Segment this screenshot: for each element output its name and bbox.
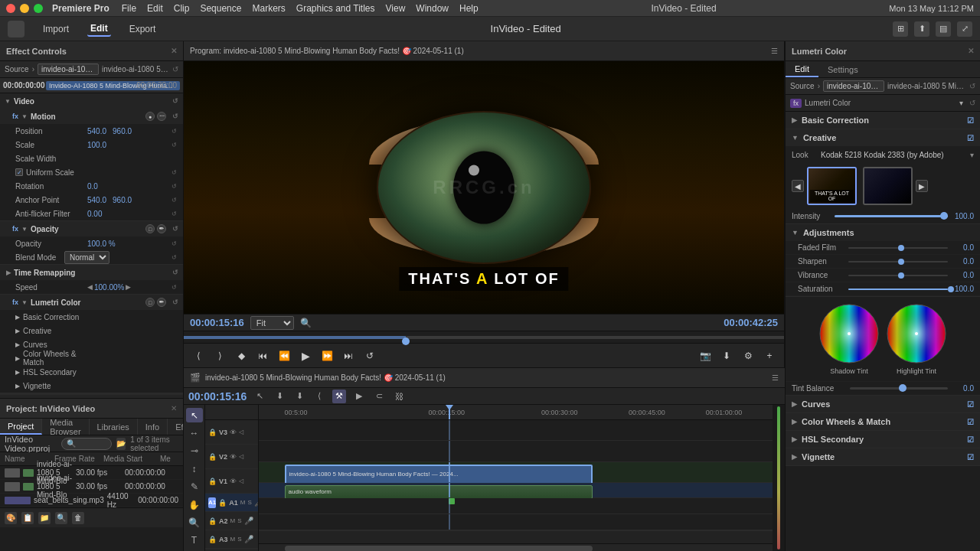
close-button[interactable] bbox=[6, 4, 15, 13]
fit-select[interactable]: Fit 25% 50% 100% bbox=[250, 316, 294, 330]
project-close-icon[interactable]: ✕ bbox=[171, 404, 177, 412]
v2-eye-icon[interactable]: 👁 bbox=[230, 453, 237, 461]
v3-eye-icon[interactable]: 👁 bbox=[230, 429, 237, 436]
hsl-check[interactable]: ☑ bbox=[967, 435, 974, 444]
menu-help[interactable]: Help bbox=[459, 3, 479, 14]
new-bin-btn[interactable]: 📁 bbox=[38, 512, 51, 524]
basic-correction-check[interactable]: ☑ bbox=[967, 116, 974, 125]
highlight-tint-wheel[interactable] bbox=[886, 303, 947, 364]
maximize-button[interactable] bbox=[34, 4, 43, 13]
creative-section-header[interactable]: ▼ Creative ☑ bbox=[786, 129, 980, 146]
text-tool[interactable]: T bbox=[186, 533, 203, 548]
vibrance-thumb[interactable] bbox=[898, 272, 904, 279]
vignette-check[interactable]: ☑ bbox=[967, 453, 974, 461]
scale-value[interactable]: 100.0 bbox=[87, 141, 106, 149]
saturation-thumb[interactable] bbox=[948, 286, 954, 292]
speed-back-icon[interactable]: ◀ bbox=[87, 283, 93, 291]
import-button[interactable]: Import bbox=[40, 22, 72, 36]
lumetri-fx-reset[interactable]: ↺ bbox=[969, 99, 975, 107]
workspace-icon[interactable]: ⊞ bbox=[893, 21, 908, 37]
sharpen-thumb[interactable] bbox=[898, 259, 904, 265]
tab-info[interactable]: Info bbox=[138, 419, 168, 435]
step-forward-button[interactable]: ⏩ bbox=[318, 347, 335, 364]
tint-balance-thumb[interactable] bbox=[899, 384, 906, 392]
vignette-header[interactable]: ▶ Vignette ☑ bbox=[786, 448, 980, 465]
scale-reset-icon[interactable]: ↺ bbox=[172, 142, 177, 148]
saturation-slider[interactable] bbox=[848, 289, 948, 290]
fx-motion-header[interactable]: fx ▼ Motion ● ⋯ ↺ bbox=[0, 109, 183, 124]
sharpen-slider[interactable] bbox=[848, 261, 948, 262]
new-item-icon[interactable]: 📋 bbox=[21, 512, 34, 524]
fx-opacity-icon2[interactable]: ✏ bbox=[157, 224, 166, 233]
antiflicker-value[interactable]: 0.00 bbox=[87, 210, 102, 218]
creative-row[interactable]: ▶ Creative bbox=[0, 324, 183, 337]
add-marker-button[interactable]: ◆ bbox=[233, 347, 250, 364]
lumetri-reset-icon[interactable]: ↺ bbox=[172, 298, 178, 306]
vibrance-slider[interactable] bbox=[848, 275, 948, 276]
fx-options-icon[interactable]: ⋯ bbox=[157, 112, 166, 121]
v1-clip[interactable]: invideo-ai-1080 5 Mind-Blowing Human Bod… bbox=[285, 465, 593, 484]
creative-check[interactable]: ☑ bbox=[967, 134, 974, 142]
adjustments-header[interactable]: ▼ Adjustments bbox=[786, 224, 980, 241]
look-thumb-2[interactable] bbox=[863, 167, 913, 205]
pen-tool[interactable]: ✎ bbox=[186, 480, 203, 494]
opacity-value-reset-icon[interactable]: ↺ bbox=[172, 240, 177, 247]
selection-tool[interactable]: ↖ bbox=[186, 408, 203, 422]
a2-s-icon[interactable]: S bbox=[237, 517, 241, 524]
fx-lumetri-header[interactable]: fx ▼ Lumetri Color □ ✏ ↺ bbox=[0, 295, 183, 310]
cwm-check[interactable]: ☑ bbox=[967, 418, 974, 426]
loop-button[interactable]: ↺ bbox=[361, 347, 378, 364]
hand-tool[interactable]: ✋ bbox=[186, 497, 203, 512]
mark-out-button[interactable]: ⟩ bbox=[211, 347, 228, 364]
timeline-ruler[interactable]: 00:5:00 00:00:15:00 00:00:30:00 00:00:45… bbox=[259, 405, 773, 420]
tl-razor-tool[interactable]: ⚒ bbox=[332, 390, 346, 403]
play-button[interactable]: ▶ bbox=[297, 347, 314, 364]
a1-lock-icon[interactable]: 🔒 bbox=[218, 499, 227, 507]
ec-reset-icon[interactable]: ↺ bbox=[172, 97, 178, 105]
tl-cursor-tool[interactable]: ↖ bbox=[253, 390, 266, 403]
a1-m-icon[interactable]: M bbox=[240, 499, 246, 506]
tl-snap-tool[interactable]: ⊂ bbox=[372, 390, 386, 403]
tab-media-browser[interactable]: Media Browser bbox=[42, 419, 89, 435]
project-search-box[interactable]: 🔍 bbox=[61, 438, 112, 450]
add-button[interactable]: + bbox=[761, 347, 778, 364]
tl-mark-in-tool[interactable]: ⟨ bbox=[312, 390, 326, 403]
lumetri-close-icon[interactable]: ✕ bbox=[968, 47, 974, 55]
color-wheels-row[interactable]: ▶ Color Wheels & Match bbox=[0, 351, 183, 365]
find-icon[interactable]: 🔍 bbox=[55, 512, 67, 524]
anchor-reset-icon[interactable]: ↺ bbox=[172, 197, 177, 204]
scroll-thumb[interactable] bbox=[285, 546, 593, 551]
menu-file[interactable]: File bbox=[122, 3, 136, 14]
delete-icon[interactable]: 🗑 bbox=[72, 512, 84, 524]
menu-graphics[interactable]: Graphics and Titles bbox=[296, 3, 375, 14]
vignette-row[interactable]: ▶ Vignette bbox=[0, 379, 183, 393]
share-icon[interactable]: ⬆ bbox=[914, 21, 929, 37]
monitor-scrubber[interactable] bbox=[184, 331, 784, 343]
faded-film-slider[interactable] bbox=[848, 247, 948, 249]
opacity-percent-value[interactable]: 100.0 % bbox=[87, 240, 116, 248]
menu-sequence[interactable]: Sequence bbox=[200, 3, 241, 14]
slip-tool[interactable]: ↕ bbox=[186, 461, 203, 476]
basic-correction-row[interactable]: ▶ Basic Correction bbox=[0, 310, 183, 324]
ripple-tool[interactable]: ⊸ bbox=[186, 444, 203, 458]
uniform-scale-reset-icon[interactable]: ↺ bbox=[172, 169, 177, 176]
shadow-tint-wheel[interactable] bbox=[818, 303, 880, 364]
hsl-secondary-header[interactable]: ▶ HSL Secondary ☑ bbox=[786, 431, 980, 448]
settings-button[interactable]: ⚙ bbox=[740, 347, 756, 364]
tl-insert-tool[interactable]: ⬇ bbox=[273, 390, 286, 403]
effect-controls-close[interactable]: ✕ bbox=[171, 47, 177, 55]
speed-fwd-icon[interactable]: ▶ bbox=[126, 283, 131, 291]
lumetri-fx-select[interactable]: ▾ bbox=[959, 99, 963, 107]
tab-libraries[interactable]: Libraries bbox=[90, 419, 138, 435]
a3-lock-icon[interactable]: 🔒 bbox=[208, 536, 217, 543]
a1-clip[interactable]: audio waveform bbox=[285, 485, 593, 499]
menu-window[interactable]: Window bbox=[416, 3, 449, 14]
prev-keyframe-button[interactable]: ⏮ bbox=[254, 347, 271, 364]
fx-lumetri-icon1[interactable]: □ bbox=[145, 298, 155, 307]
edit-button[interactable]: Edit bbox=[87, 21, 111, 37]
rotation-value[interactable]: 0.0 bbox=[87, 182, 98, 191]
antiflicker-reset-icon[interactable]: ↺ bbox=[172, 210, 177, 217]
tint-balance-slider[interactable] bbox=[850, 387, 948, 390]
rotation-reset-icon[interactable]: ↺ bbox=[172, 183, 177, 190]
file-row-1[interactable]: invideo-ai-1080 5 Mind-Blo 30.00 fps 00:… bbox=[0, 466, 183, 480]
